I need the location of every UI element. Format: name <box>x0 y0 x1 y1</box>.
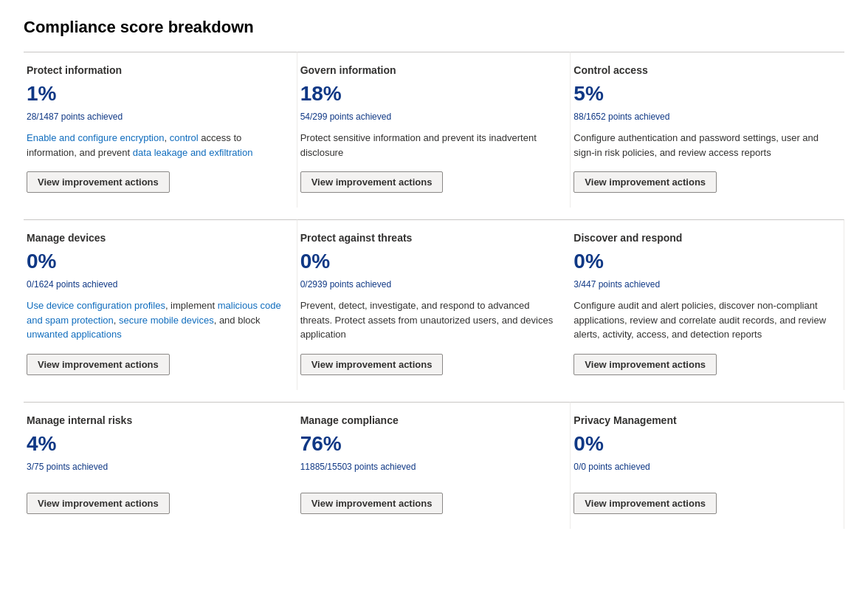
card-title-privacy-management: Privacy Management <box>574 414 829 426</box>
card-points-discover-and-respond: 3/447 points achieved <box>574 279 829 290</box>
view-improvement-button-discover-and-respond[interactable]: View improvement actions <box>574 354 717 375</box>
card-points-privacy-management: 0/0 points achieved <box>574 462 829 472</box>
view-improvement-button-manage-compliance[interactable]: View improvement actions <box>300 493 444 514</box>
card-title-manage-compliance: Manage compliance <box>300 414 556 426</box>
card-points-manage-devices: 0/1624 points achieved <box>27 279 282 290</box>
card-title-protect-against-threats: Protect against threats <box>300 232 557 244</box>
card-points-control-access: 88/1652 points achieved <box>574 112 830 122</box>
card-discover-and-respond: Discover and respond0%3/447 points achie… <box>571 219 844 390</box>
view-improvement-button-privacy-management[interactable]: View improvement actions <box>574 493 717 514</box>
card-control-access: Control access5%88/1652 points achievedC… <box>571 52 844 208</box>
card-percent-privacy-management: 0% <box>574 432 829 456</box>
card-points-govern-information: 54/299 points achieved <box>300 112 556 122</box>
card-protect-against-threats: Protect against threats0%0/2939 points a… <box>297 219 571 390</box>
card-percent-discover-and-respond: 0% <box>574 250 829 273</box>
card-title-govern-information: Govern information <box>300 64 556 76</box>
view-improvement-button-manage-internal-risks[interactable]: View improvement actions <box>27 493 170 514</box>
card-manage-compliance: Manage compliance76%11885/15503 points a… <box>297 402 571 529</box>
card-percent-control-access: 5% <box>574 82 830 106</box>
card-points-protect-against-threats: 0/2939 points achieved <box>300 279 557 290</box>
card-percent-manage-internal-risks: 4% <box>27 432 283 456</box>
card-percent-govern-information: 18% <box>300 82 556 106</box>
card-privacy-management: Privacy Management0%0/0 points achievedV… <box>571 402 844 529</box>
score-grid: Protect information1%28/1487 points achi… <box>24 52 844 529</box>
card-points-manage-internal-risks: 3/75 points achieved <box>27 462 283 472</box>
card-description-govern-information: Protect sensitive information and preven… <box>300 131 556 160</box>
view-improvement-button-protect-against-threats[interactable]: View improvement actions <box>300 354 444 375</box>
card-percent-protect-information: 1% <box>27 82 282 106</box>
card-description-protect-information: Enable and configure encryption, control… <box>27 131 282 160</box>
card-points-manage-compliance: 11885/15503 points achieved <box>300 462 556 472</box>
card-title-manage-internal-risks: Manage internal risks <box>27 414 283 426</box>
card-manage-devices: Manage devices0%0/1624 points achievedUs… <box>24 219 297 390</box>
view-improvement-button-protect-information[interactable]: View improvement actions <box>27 171 170 193</box>
card-description-control-access: Configure authentication and password se… <box>574 131 830 160</box>
card-title-protect-information: Protect information <box>27 64 282 76</box>
card-govern-information: Govern information18%54/299 points achie… <box>297 52 571 208</box>
card-title-control-access: Control access <box>574 64 830 76</box>
card-manage-internal-risks: Manage internal risks4%3/75 points achie… <box>24 402 297 529</box>
card-percent-protect-against-threats: 0% <box>300 250 557 273</box>
card-percent-manage-devices: 0% <box>27 250 282 273</box>
card-percent-manage-compliance: 76% <box>300 432 556 456</box>
card-title-discover-and-respond: Discover and respond <box>574 232 829 244</box>
view-improvement-button-manage-devices[interactable]: View improvement actions <box>27 354 170 375</box>
card-title-manage-devices: Manage devices <box>27 232 282 244</box>
card-description-protect-against-threats: Prevent, detect, investigate, and respon… <box>300 298 557 342</box>
card-description-manage-devices: Use device configuration profiles, imple… <box>27 298 282 342</box>
card-points-protect-information: 28/1487 points achieved <box>27 112 282 122</box>
page-title: Compliance score breakdown <box>24 18 844 37</box>
card-description-discover-and-respond: Configure audit and alert policies, disc… <box>574 298 829 342</box>
view-improvement-button-control-access[interactable]: View improvement actions <box>574 171 717 193</box>
view-improvement-button-govern-information[interactable]: View improvement actions <box>300 171 444 193</box>
card-protect-information: Protect information1%28/1487 points achi… <box>24 52 297 208</box>
